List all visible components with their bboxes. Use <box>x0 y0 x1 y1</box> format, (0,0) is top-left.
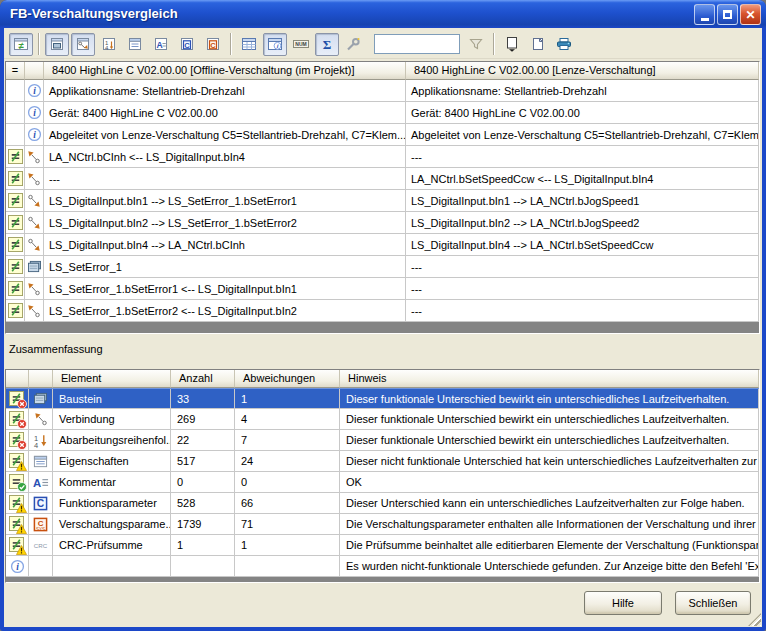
element-type-cell <box>25 278 44 300</box>
hinweis-cell: Dieser funktionale Unterschied bewirkt e… <box>340 430 759 451</box>
comparison-row[interactable]: iGerät: 8400 HighLine C V02.00.00Gerät: … <box>6 102 759 124</box>
column-header-status[interactable] <box>6 370 29 388</box>
abweichungen-cell: 66 <box>235 493 340 514</box>
column-header-anzahl[interactable]: Anzahl <box>171 370 235 388</box>
comparison-table: = 8400 HighLine C V02.00.00 [Offline-Ver… <box>5 61 760 334</box>
left-value-cell: Abgeleitet von Lenze-Verschaltung C5=Ste… <box>44 124 406 146</box>
summary-row[interactable]: CSYSVerschaltungsparame...173971Die Vers… <box>6 514 759 535</box>
minimize-icon <box>701 18 709 21</box>
toolbar-show-comments-button[interactable]: A <box>149 33 173 56</box>
element-type-cell: CRC <box>29 535 53 556</box>
toolbar-show-info-rows-button[interactable]: i <box>263 33 287 56</box>
maximize-icon <box>723 10 732 19</box>
toolbar-show-function-parameters-button[interactable]: C <box>175 33 199 56</box>
options-icon <box>345 36 361 52</box>
summary-row[interactable]: Verbindung2694Dieser funktionale Untersc… <box>6 409 759 430</box>
function-block-icon <box>27 260 42 273</box>
left-value-cell: LS_SetError_1.bSetError1 <-- LS_DigitalI… <box>44 278 406 300</box>
toolbar-filter-button[interactable] <box>464 33 488 56</box>
comparison-row[interactable]: LS_SetError_1.bSetError1 <-- LS_DigitalI… <box>6 278 759 300</box>
toolbar-print-button[interactable] <box>552 33 576 56</box>
toolbar-compare-mode-button[interactable]: ≠ <box>9 33 33 56</box>
toolbar-show-numbers-button[interactable]: NUM <box>289 33 313 56</box>
comparison-row[interactable]: iAbgeleitet von Lenze-Verschaltung C5=St… <box>6 124 759 146</box>
comparison-row[interactable]: LA_NCtrl.bCInh <-- LS_DigitalInput.bIn4-… <box>6 146 759 168</box>
column-header-left-device[interactable]: 8400 HighLine C V02.00.00 [Offline-Versc… <box>44 62 406 80</box>
error-status-icon <box>9 432 25 448</box>
close-button[interactable]: ✕ <box>740 4 761 25</box>
summary-label: Zusammenfassung <box>9 343 103 355</box>
svg-text:i: i <box>33 86 36 96</box>
toolbar-export-document-button[interactable] <box>500 33 524 56</box>
warning-badge-icon <box>16 524 27 534</box>
svg-text:i: i <box>33 108 36 118</box>
export-document-icon <box>504 36 520 52</box>
minimize-button[interactable] <box>694 4 715 25</box>
svg-text:A: A <box>157 40 163 50</box>
hinweis-cell: Dieser funktionale Unterschied bewirkt e… <box>340 409 759 430</box>
connection-output-icon <box>27 194 41 208</box>
comparison-row[interactable]: LS_DigitalInput.bIn1 --> LS_SetError_1.b… <box>6 190 759 212</box>
help-button[interactable]: Hilfe <box>584 591 662 615</box>
element-type-cell <box>29 556 53 577</box>
titlebar[interactable]: FB-Verschaltungsvergleich ✕ <box>0 0 766 28</box>
svg-text:i: i <box>16 562 19 572</box>
comparison-row[interactable]: LS_DigitalInput.bIn4 --> LA_NCtrl.bCInhL… <box>6 234 759 256</box>
summary-row[interactable]: Eigenschaften51724Dieser nicht funktiona… <box>6 451 759 472</box>
toolbar-new-document-button[interactable] <box>526 33 550 56</box>
toolbar-separator <box>493 33 495 55</box>
left-value-cell: --- <box>44 168 406 190</box>
column-header-element[interactable]: Element <box>53 370 171 388</box>
column-header-hinweis[interactable]: Hinweis <box>340 370 759 388</box>
element-type-cell <box>25 256 44 278</box>
element-type-cell <box>25 234 44 256</box>
toolbar-show-blocks-button[interactable] <box>45 33 69 56</box>
maximize-button[interactable] <box>717 4 738 25</box>
summary-row[interactable]: 14Abarbeitungsreihenfol...227Dieser funk… <box>6 430 759 451</box>
abweichungen-cell: 4 <box>235 409 340 430</box>
toolbar-show-connections-button[interactable] <box>71 33 95 56</box>
toolbar: ≠14ACCiNUMΣ <box>4 28 762 59</box>
diff-cell <box>6 146 25 168</box>
toolbar-show-summary-button[interactable]: Σ <box>315 33 339 56</box>
hinweis-cell: Es wurden nicht-funktionale Unterschiede… <box>340 556 759 577</box>
filter-input[interactable] <box>374 34 460 54</box>
summary-row[interactable]: AKommentar00OK <box>6 472 759 493</box>
column-header-abweichungen[interactable]: Abweichungen <box>235 370 340 388</box>
left-value-cell: LS_DigitalInput.bIn1 --> LS_SetError_1.b… <box>44 190 406 212</box>
comparison-row[interactable]: ---LA_NCtrl.bSetSpeedCcw <-- LS_DigitalI… <box>6 168 759 190</box>
svg-text:CRC: CRC <box>34 542 48 549</box>
show-blocks-icon <box>49 36 65 52</box>
svg-text:NUM: NUM <box>295 41 306 47</box>
comparison-row[interactable]: LS_SetError_1.bSetError2 <-- LS_DigitalI… <box>6 300 759 322</box>
error-status-icon <box>9 411 25 427</box>
resize-grip[interactable] <box>748 613 761 626</box>
svg-text:C: C <box>184 41 190 50</box>
summary-row[interactable]: CRCCRC-Prüfsumme11Die Prüfsumme beinhalt… <box>6 535 759 556</box>
toolbar-options-button[interactable] <box>341 33 365 56</box>
left-value-cell: Applikationsname: Stellantrieb-Drehzahl <box>44 80 406 102</box>
summary-row[interactable]: CFunktionsparameter52866Dieser Unterschi… <box>6 493 759 514</box>
toolbar-show-properties-button[interactable] <box>123 33 147 56</box>
comparison-row[interactable]: LS_SetError_1--- <box>6 256 759 278</box>
column-header-element-type[interactable] <box>29 370 53 388</box>
column-header-diff[interactable]: = <box>6 62 25 80</box>
toolbar-show-system-parameters-button[interactable]: C <box>201 33 225 56</box>
right-value-cell: Gerät: 8400 HighLine C V02.00.00 <box>406 102 759 124</box>
comment-icon: A <box>33 476 49 489</box>
toolbar-show-all-elements-button[interactable] <box>237 33 261 56</box>
comparison-row[interactable]: iApplikationsname: Stellantrieb-Drehzahl… <box>6 80 759 102</box>
summary-row[interactable]: iEs wurden nicht-funktionale Unterschied… <box>6 556 759 577</box>
comparison-row[interactable]: LS_DigitalInput.bIn2 --> LS_SetError_1.b… <box>6 212 759 234</box>
not-equal-icon <box>8 215 23 230</box>
not-equal-icon <box>8 237 23 252</box>
crc-icon: CRC <box>32 539 49 551</box>
summary-row[interactable]: Baustein331Dieser funktionale Unterschie… <box>6 388 759 409</box>
toolbar-show-execution-order-button[interactable]: 14 <box>97 33 121 56</box>
close-dialog-button[interactable]: Schließen <box>675 591 751 615</box>
warning-status-icon <box>9 453 25 469</box>
column-header-type[interactable] <box>25 62 44 80</box>
column-header-right-device[interactable]: 8400 HighLine C V02.00.00 [Lenze-Verscha… <box>406 62 759 80</box>
element-type-cell: 14 <box>29 430 53 451</box>
warning-status-icon <box>9 495 25 511</box>
